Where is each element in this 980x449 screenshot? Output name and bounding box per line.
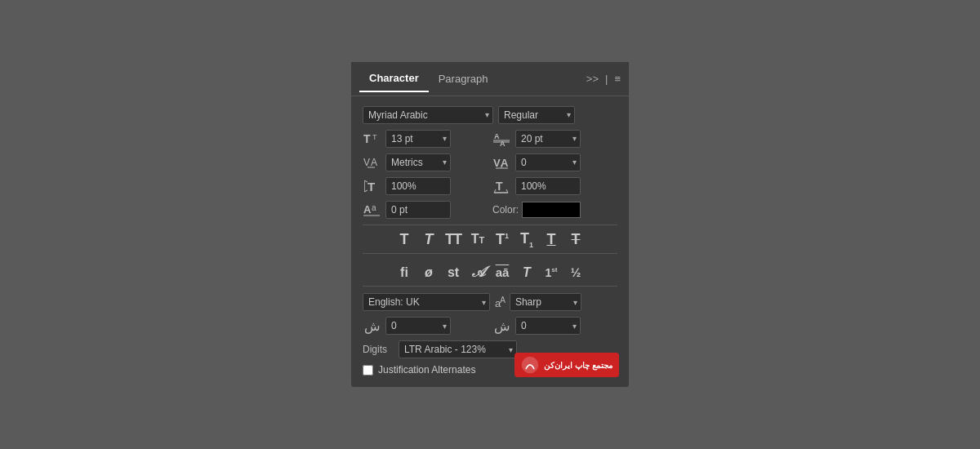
arabic-right-icon: ش (492, 318, 512, 334)
h-scale-icon: T (492, 179, 512, 193)
glyph-row-2: fi ø st 𝒜 aā T 1st ½ (363, 259, 617, 287)
font-size-wrap: 13 pt (385, 130, 451, 148)
v-scale-icon: T (363, 179, 382, 193)
antialiasing-wrap: Sharp (510, 293, 581, 311)
divider: | (605, 73, 608, 85)
tracking-icon: VA (363, 156, 382, 169)
baseline-input[interactable]: 0 pt (385, 201, 451, 219)
kerning-icon: VA (492, 156, 512, 169)
glyph-fraction[interactable]: ½ (568, 265, 584, 279)
scale-row: T 100% T 100% (363, 177, 617, 195)
color-col: Color: (492, 202, 617, 218)
justification-label: Justification Alternates (378, 364, 475, 376)
svg-text:T: T (496, 180, 503, 193)
digits-wrap: LTR Arabic - 123% (399, 340, 517, 358)
size-leading-row: TT 13 pt A A (363, 130, 617, 148)
tab-character[interactable]: Character (359, 65, 429, 92)
baseline-col: Aa 0 pt (363, 201, 488, 219)
font-size-icon: TT (363, 131, 382, 146)
menu-icon[interactable]: ≡ (614, 73, 621, 85)
tracking-col: VA Metrics (363, 153, 488, 171)
glyph-tt[interactable]: TT (445, 231, 461, 248)
font-style-wrap: Regular (498, 106, 575, 124)
arabic-right-select[interactable]: 0 (515, 317, 581, 335)
lang-select[interactable]: English: UK (363, 293, 490, 311)
svg-text:T: T (363, 132, 371, 145)
glyph-st[interactable]: st (445, 265, 461, 280)
tracking-select[interactable]: Metrics (385, 153, 451, 171)
font-size-select[interactable]: 13 pt (385, 130, 451, 148)
svg-text:A: A (363, 203, 372, 216)
tracking-kerning-row: VA Metrics VA 0 (363, 153, 617, 171)
glyph-smallcaps-t[interactable]: Tt (470, 232, 486, 247)
svg-text:A: A (371, 157, 377, 168)
h-scale-input[interactable]: 100% (515, 177, 581, 195)
glyph-sub-t[interactable]: T1 (519, 230, 535, 249)
leading-select[interactable]: 20 pt (515, 130, 581, 148)
digits-select[interactable]: LTR Arabic - 123% (399, 340, 517, 358)
glyph-italic-t[interactable]: T (421, 231, 437, 248)
leading-icon: A A (492, 131, 512, 146)
lang-wrap: English: UK (363, 293, 490, 311)
font-family-wrap: Myriad Arabic (363, 106, 493, 124)
glyph-row-1: T T TT Tt T1 T1 T T (363, 224, 617, 255)
antialiasing-select[interactable]: Sharp (510, 293, 581, 311)
baseline-color-row: Aa 0 pt Color: (363, 201, 617, 219)
v-scale-input[interactable]: 100% (385, 177, 451, 195)
baseline-icon: Aa (363, 202, 382, 217)
watermark-badge: مجتمع چاپ ایران‌کن (514, 353, 619, 377)
glyph-underline-t[interactable]: T (543, 231, 559, 248)
antialiasing-icon: aA (495, 296, 505, 309)
color-swatch[interactable] (522, 202, 581, 218)
watermark-logo (521, 356, 539, 374)
font-row: Myriad Arabic Regular (363, 106, 617, 124)
arabic-row: ش 0 ش 0 (363, 317, 617, 335)
svg-text:A: A (500, 140, 506, 146)
kerning-col: VA 0 (492, 153, 617, 171)
panel-body: Myriad Arabic Regular TT (351, 96, 629, 388)
arabic-left-select[interactable]: 0 (385, 317, 451, 335)
glyph-fi[interactable]: fi (396, 265, 412, 280)
arabic-left-icon: ش (363, 318, 382, 334)
tracking-wrap: Metrics (385, 153, 451, 171)
v-scale-col: T 100% (363, 177, 488, 195)
glyph-ordinal[interactable]: 1st (543, 266, 559, 279)
watermark-text: مجتمع چاپ ایران‌کن (544, 361, 612, 370)
glyph-script-a[interactable]: 𝒜 (470, 264, 486, 281)
glyph-strike-t[interactable]: T (568, 231, 584, 248)
arabic-left-col: ش 0 (363, 317, 488, 335)
glyph-o-stroke[interactable]: ø (421, 265, 437, 280)
h-scale-col: T 100% (492, 177, 617, 195)
svg-text:V: V (363, 157, 370, 168)
glyph-bold-t[interactable]: T (396, 231, 412, 248)
font-style-select[interactable]: Regular (498, 106, 575, 124)
svg-text:A: A (494, 132, 500, 140)
leading-col: A A 20 pt (492, 130, 617, 148)
svg-text:a: a (372, 203, 376, 212)
tab-paragraph[interactable]: Paragraph (429, 66, 498, 91)
size-col: TT 13 pt (363, 130, 488, 148)
panel-tabs: Character Paragraph >> | ≡ (351, 62, 629, 96)
glyph-overline-a[interactable]: aā (494, 265, 510, 279)
character-panel: Character Paragraph >> | ≡ Myriad Arabic… (351, 62, 629, 388)
font-family-select[interactable]: Myriad Arabic (363, 106, 493, 124)
leading-wrap: 20 pt (515, 130, 581, 148)
arabic-right-col: ش 0 (492, 317, 617, 335)
justification-checkbox[interactable] (363, 365, 373, 376)
more-icon[interactable]: >> (586, 73, 599, 85)
lang-anti-row: English: UK aA Sharp (363, 293, 617, 311)
svg-text:T: T (372, 133, 377, 141)
arabic-right-wrap: 0 (515, 317, 581, 335)
glyph-italic-t2[interactable]: T (519, 265, 535, 280)
color-label: Color: (492, 204, 519, 216)
kerning-wrap: 0 (515, 153, 581, 171)
tab-extras: >> | ≡ (586, 73, 621, 85)
glyph-super-t[interactable]: T1 (494, 231, 510, 248)
digits-label: Digits (363, 344, 394, 355)
svg-text:V: V (493, 157, 501, 169)
svg-text:T: T (368, 180, 375, 193)
arabic-left-wrap: 0 (385, 317, 451, 335)
kerning-select[interactable]: 0 (515, 153, 581, 171)
